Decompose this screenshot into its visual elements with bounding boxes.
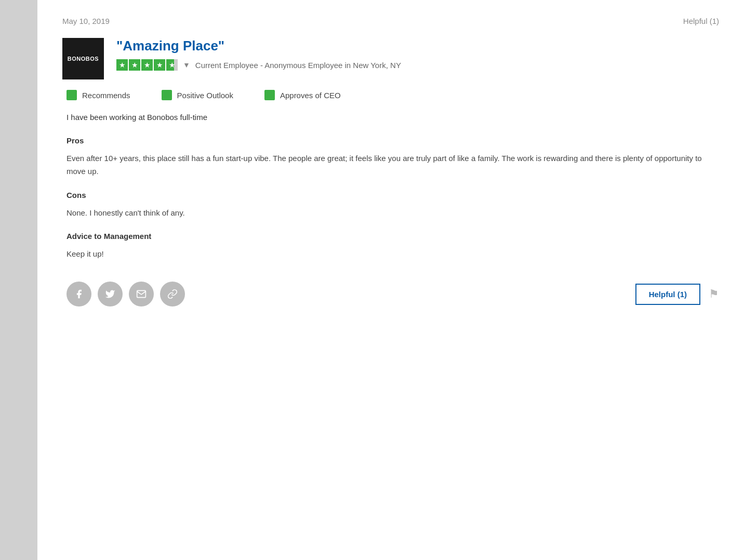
company-logo-text: BONOBOS — [68, 56, 99, 62]
sentiment-recommends: Recommends — [67, 90, 130, 100]
pros-heading: Pros — [67, 136, 719, 145]
review-title: "Amazing Place" — [116, 38, 401, 54]
star-3: ★ — [141, 59, 153, 71]
star-rating: ★ ★ ★ ★ ★ — [116, 59, 178, 71]
employee-info: Current Employee - Anonymous Employee in… — [195, 61, 401, 70]
recommends-dot — [67, 90, 77, 100]
sentiment-positive-outlook: Positive Outlook — [162, 90, 233, 100]
left-sidebar — [0, 0, 37, 560]
helpful-top-label: Helpful (1) — [683, 17, 719, 25]
review-date: May 10, 2019 — [62, 17, 110, 25]
advice-heading: Advice to Management — [67, 232, 719, 241]
approves-ceo-label: Approves of CEO — [280, 91, 341, 100]
social-icons — [67, 282, 185, 306]
review-title-block: "Amazing Place" ★ ★ ★ ★ ★ ▼ Current Empl… — [116, 38, 401, 71]
pros-section: Pros Even after 10+ years, this place st… — [62, 136, 719, 178]
cons-section: Cons None. I honestly can't think of any… — [62, 191, 719, 220]
pros-content: Even after 10+ years, this place still h… — [67, 152, 719, 178]
advice-section: Advice to Management Keep it up! — [62, 232, 719, 261]
flag-icon[interactable]: ⚑ — [709, 287, 719, 301]
positive-outlook-dot — [162, 90, 172, 100]
email-icon[interactable] — [129, 282, 154, 306]
helpful-button[interactable]: Helpful (1) — [635, 284, 700, 305]
footer-right: Helpful (1) ⚑ — [635, 284, 719, 305]
recommends-label: Recommends — [82, 91, 130, 100]
review-footer: Helpful (1) ⚑ — [62, 282, 719, 306]
review-meta-top: May 10, 2019 Helpful (1) — [62, 17, 719, 25]
star-1: ★ — [116, 59, 128, 71]
twitter-icon[interactable] — [98, 282, 123, 306]
approves-ceo-dot — [264, 90, 275, 100]
link-icon[interactable] — [160, 282, 185, 306]
advice-content: Keep it up! — [67, 248, 719, 261]
facebook-icon[interactable] — [67, 282, 91, 306]
star-4: ★ — [154, 59, 165, 71]
main-content: May 10, 2019 Helpful (1) BONOBOS "Amazin… — [37, 0, 744, 560]
cons-heading: Cons — [67, 191, 719, 199]
review-intro: I have been working at Bonobos full-time — [62, 113, 719, 122]
stars-row: ★ ★ ★ ★ ★ ▼ Current Employee - Anonymous… — [116, 59, 401, 71]
rating-dropdown-arrow[interactable]: ▼ — [183, 61, 190, 69]
sentiment-approves-ceo: Approves of CEO — [264, 90, 341, 100]
sentiment-row: Recommends Positive Outlook Approves of … — [62, 90, 719, 100]
star-5: ★ — [166, 59, 178, 71]
company-logo: BONOBOS — [62, 38, 104, 79]
positive-outlook-label: Positive Outlook — [177, 91, 233, 100]
review-header: BONOBOS "Amazing Place" ★ ★ ★ ★ ★ ▼ Curr… — [62, 38, 719, 79]
star-2: ★ — [129, 59, 140, 71]
cons-content: None. I honestly can't think of any. — [67, 207, 719, 220]
